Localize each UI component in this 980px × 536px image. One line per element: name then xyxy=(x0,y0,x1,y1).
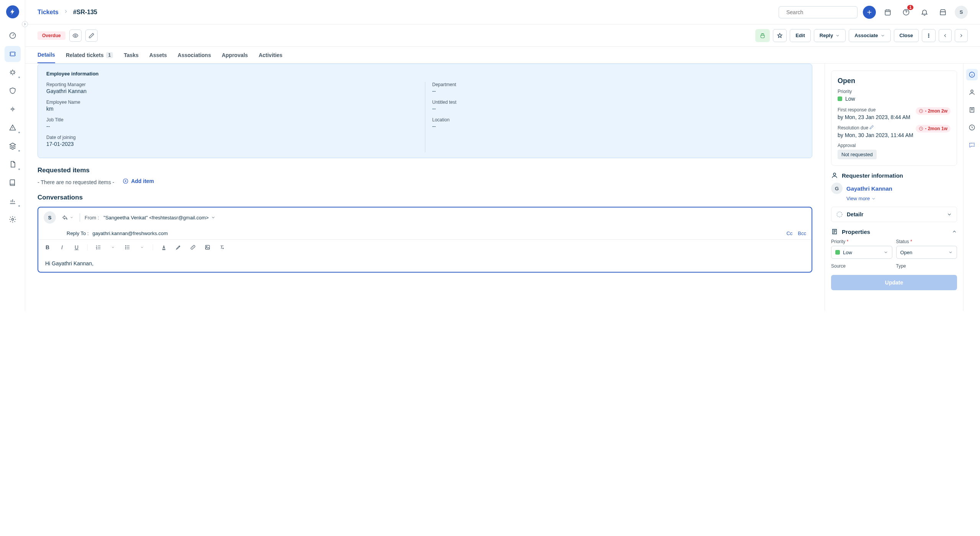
requester-name-link[interactable]: Gayathri Kannan xyxy=(846,185,892,192)
star-button[interactable] xyxy=(773,29,787,42)
bold-button[interactable]: B xyxy=(44,243,51,251)
sidebar-item-assets[interactable] xyxy=(5,138,21,154)
chevron-down-icon xyxy=(871,196,876,201)
field-label: Employee Name xyxy=(46,100,418,105)
chart-icon xyxy=(9,197,16,205)
breadcrumb-root[interactable]: Tickets xyxy=(38,9,59,16)
requested-items-title: Requested items xyxy=(38,167,812,174)
associate-button[interactable]: Associate xyxy=(849,29,890,42)
chevron-down-icon xyxy=(884,250,888,255)
watch-button[interactable] xyxy=(69,29,82,42)
svg-point-12 xyxy=(126,245,126,246)
reply-to-value[interactable]: gayathri.kannan@freshworks.com xyxy=(93,230,168,236)
flyout-indicator-icon xyxy=(18,205,20,207)
new-button[interactable] xyxy=(863,6,876,19)
properties-header[interactable]: Properties xyxy=(831,228,957,235)
field-label: Untitled test xyxy=(432,100,804,105)
svg-point-9 xyxy=(928,35,929,36)
flyout-indicator-icon xyxy=(18,132,20,133)
approval-label: Approval xyxy=(838,143,951,148)
priority-value: Low xyxy=(838,96,951,102)
italic-button[interactable]: I xyxy=(58,243,66,251)
unordered-list-button[interactable] xyxy=(124,243,131,251)
svg-point-7 xyxy=(75,35,76,36)
edit-subject-button[interactable] xyxy=(85,29,98,42)
reply-button[interactable]: Reply xyxy=(814,29,846,42)
sidebar-item-changes[interactable] xyxy=(5,83,21,99)
sidebar-item-alerts[interactable] xyxy=(5,119,21,136)
global-search[interactable] xyxy=(779,6,858,18)
search-input[interactable] xyxy=(786,9,853,15)
cc-link[interactable]: Cc xyxy=(786,230,792,236)
tab-activities[interactable]: Activities xyxy=(259,47,283,63)
tab-related[interactable]: Related tickets 1 xyxy=(66,47,113,63)
employee-info-title: Employee information xyxy=(46,71,804,77)
composer-avatar: S xyxy=(44,211,56,224)
rail-chat-button[interactable] xyxy=(966,139,978,151)
bcc-link[interactable]: Bcc xyxy=(798,230,806,236)
close-button[interactable]: Close xyxy=(894,29,919,42)
svg-point-19 xyxy=(833,173,836,175)
edit-button[interactable]: Edit xyxy=(790,29,811,42)
sidebar-item-tickets[interactable] xyxy=(5,46,21,62)
update-button[interactable]: Update xyxy=(831,275,957,290)
sidebar-item-dashboard[interactable] xyxy=(5,28,21,44)
document-icon xyxy=(9,160,16,168)
breadcrumb: Tickets #SR-135 xyxy=(38,9,97,16)
text-color-button[interactable] xyxy=(160,243,168,251)
sidebar-item-solutions[interactable] xyxy=(5,175,21,191)
chevron-left-icon xyxy=(942,33,948,38)
text-color-icon xyxy=(161,244,167,250)
next-ticket-button[interactable] xyxy=(955,29,968,42)
sidebar-expand-toggle[interactable] xyxy=(22,21,28,27)
edit-resolution-button[interactable] xyxy=(869,125,874,131)
user-avatar[interactable]: S xyxy=(955,6,968,19)
sidebar-item-reports[interactable] xyxy=(5,193,21,209)
highlight-button[interactable] xyxy=(175,243,182,251)
add-item-link[interactable]: Add item xyxy=(122,178,154,184)
clear-format-button[interactable] xyxy=(218,243,226,251)
marketplace-button[interactable] xyxy=(936,6,949,19)
priority-select[interactable]: Low xyxy=(831,246,892,259)
tab-details[interactable]: Details xyxy=(38,47,55,63)
sidebar-item-problems[interactable] xyxy=(5,64,21,80)
tab-tasks[interactable]: Tasks xyxy=(124,47,139,63)
unordered-list-dropdown[interactable] xyxy=(138,243,146,251)
tab-associations[interactable]: Associations xyxy=(178,47,211,63)
layers-icon xyxy=(9,142,16,150)
bell-icon xyxy=(921,8,928,16)
sidebar-item-contracts[interactable] xyxy=(5,156,21,172)
detailr-section[interactable]: Detailr xyxy=(831,207,957,222)
sidebar-item-settings[interactable] xyxy=(5,211,21,227)
reply-type-dropdown[interactable] xyxy=(60,214,75,221)
main-content: Employee information Reporting Manager G… xyxy=(25,64,825,311)
ordered-list-button[interactable] xyxy=(95,243,102,251)
rail-contact-button[interactable] xyxy=(966,87,978,98)
editor-toolbar: B I U xyxy=(38,239,812,255)
clock-icon xyxy=(919,109,923,113)
field-value: Gayathri Kannan xyxy=(46,88,418,94)
from-dropdown[interactable]: "Sangeetha Venkat" <freshtestasr@gmail.c… xyxy=(104,215,216,221)
app-logo[interactable] xyxy=(6,5,19,18)
rail-notes-button[interactable] xyxy=(966,104,978,116)
thank-button[interactable] xyxy=(755,29,770,42)
ordered-list-dropdown[interactable] xyxy=(109,243,117,251)
help-button[interactable]: 1 xyxy=(900,6,913,19)
field-value: -- xyxy=(432,123,804,129)
image-button[interactable] xyxy=(204,243,211,251)
notifications-button[interactable] xyxy=(918,6,931,19)
rail-activity-button[interactable] xyxy=(966,122,978,133)
more-actions-button[interactable] xyxy=(922,29,936,42)
underline-button[interactable]: U xyxy=(73,243,80,251)
composer-body[interactable]: Hi Gayathri Kannan, xyxy=(38,255,812,272)
tab-assets[interactable]: Assets xyxy=(149,47,167,63)
view-more-link[interactable]: View more xyxy=(846,196,957,201)
prev-ticket-button[interactable] xyxy=(939,29,952,42)
link-button[interactable] xyxy=(189,243,197,251)
sidebar-item-releases[interactable] xyxy=(5,101,21,117)
tab-approvals[interactable]: Approvals xyxy=(222,47,248,63)
calendar-button[interactable] xyxy=(881,6,894,19)
priority-label: Priority xyxy=(838,89,951,94)
status-select[interactable]: Open xyxy=(896,246,957,259)
rail-info-button[interactable] xyxy=(966,69,978,80)
